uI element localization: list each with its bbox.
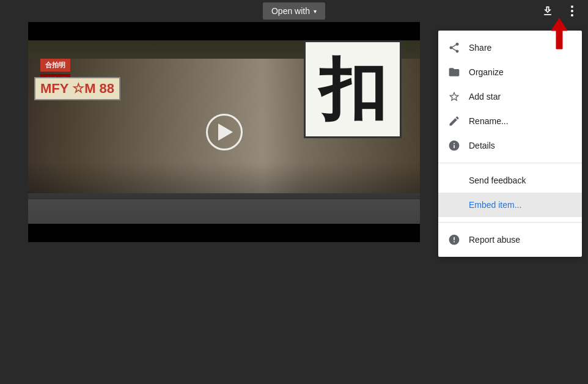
menu-section-report: Report abuse: [438, 222, 582, 257]
share-icon: [448, 42, 460, 54]
menu-item-organize[interactable]: Organize: [438, 60, 582, 84]
dropdown-arrow-icon: ▾: [314, 8, 317, 15]
organize-label: Organize: [469, 67, 504, 77]
mfy-sign: MFY ☆M 88: [34, 77, 120, 100]
more-options-icon: [571, 6, 573, 17]
video-container: 合拍明 磁金明 MFY ☆M 88 扣: [28, 22, 420, 242]
warning-icon: [448, 234, 460, 246]
red-arrow-svg: [544, 17, 575, 51]
embed-spacer: [448, 199, 460, 211]
menu-item-report-abuse[interactable]: Report abuse: [438, 227, 582, 252]
open-with-container: Open with ▾: [263, 2, 325, 20]
play-button[interactable]: [206, 114, 243, 150]
sign-character: 扣: [319, 56, 386, 123]
add-star-label: Add star: [469, 92, 501, 102]
info-icon: [448, 139, 460, 152]
share-label: Share: [469, 43, 491, 53]
menu-item-add-star[interactable]: Add star: [438, 84, 582, 109]
open-with-label: Open with: [271, 6, 310, 16]
rename-icon: [448, 115, 460, 127]
download-icon: [542, 5, 554, 17]
menu-item-embed[interactable]: Embed item...: [438, 193, 582, 217]
details-label: Details: [469, 141, 495, 150]
menu-item-rename[interactable]: Rename...: [438, 109, 582, 133]
embed-label: Embed item...: [469, 200, 521, 210]
menu-section-feedback: Send feedback Embed item...: [438, 163, 582, 222]
menu-item-details[interactable]: Details: [438, 133, 582, 158]
rename-label: Rename...: [469, 116, 509, 126]
top-bar: Open with ▾: [0, 0, 588, 22]
arrow-annotation: [544, 17, 575, 53]
open-with-button[interactable]: Open with ▾: [263, 2, 325, 20]
play-icon: [218, 124, 233, 141]
video-thumbnail: 合拍明 磁金明 MFY ☆M 88 扣: [28, 22, 420, 242]
star-icon: [448, 90, 460, 103]
context-menu: Share Organize Add star: [438, 31, 582, 257]
main-sign: 扣: [304, 40, 402, 138]
send-feedback-spacer: [448, 174, 460, 186]
report-abuse-label: Report abuse: [469, 235, 520, 245]
send-feedback-label: Send feedback: [469, 175, 526, 185]
organize-icon: [448, 66, 460, 78]
menu-item-send-feedback[interactable]: Send feedback: [438, 168, 582, 193]
svg-marker-0: [551, 18, 567, 49]
